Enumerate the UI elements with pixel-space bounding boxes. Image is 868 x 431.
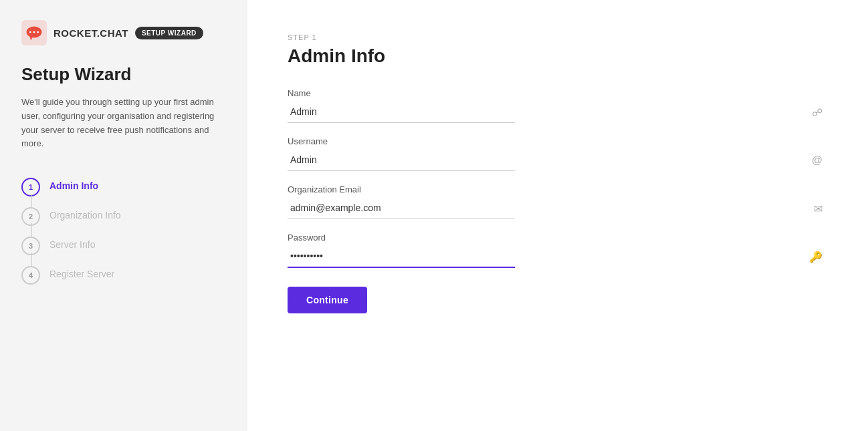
name-field-group: Name ☍ xyxy=(288,88,828,123)
step-label-4: Register Server xyxy=(49,266,114,279)
envelope-icon: ✉ xyxy=(814,202,823,214)
password-input[interactable] xyxy=(288,245,515,268)
step-item-register-server[interactable]: 4 Register Server xyxy=(21,261,226,290)
person-icon: ☍ xyxy=(812,106,823,118)
username-input[interactable] xyxy=(288,149,515,171)
svg-point-3 xyxy=(29,31,31,33)
password-label: Password xyxy=(288,233,828,243)
logo-area: ROCKET.CHAT SETUP WIZARD xyxy=(21,20,226,45)
password-field-group: Password 🔑 xyxy=(288,233,828,268)
sidebar-title: Setup Wizard xyxy=(21,64,226,85)
username-field-group: Username @ xyxy=(288,136,828,171)
name-input[interactable] xyxy=(288,101,515,123)
at-icon: @ xyxy=(812,154,823,166)
logo-text: ROCKET.CHAT xyxy=(53,27,128,39)
main-content: STEP 1 Admin Info Name ☍ Username @ Orga… xyxy=(247,0,868,431)
email-field-group: Organization Email ✉ xyxy=(288,184,828,219)
email-input-wrapper: ✉ xyxy=(288,197,828,219)
username-input-wrapper: @ xyxy=(288,149,828,171)
setup-wizard-badge: SETUP WIZARD xyxy=(135,27,203,39)
step-item-server-info[interactable]: 3 Server Info xyxy=(21,231,226,261)
step-item-admin-info[interactable]: 1 Admin Info xyxy=(21,172,226,202)
continue-button[interactable]: Continue xyxy=(288,287,367,313)
username-label: Username xyxy=(288,136,828,146)
page-title: Admin Info xyxy=(288,45,828,67)
name-input-wrapper: ☍ xyxy=(288,101,828,123)
svg-point-5 xyxy=(37,31,39,33)
steps-list: 1 Admin Info 2 Organization Info 3 Serve… xyxy=(21,172,226,290)
key-icon: 🔑 xyxy=(809,251,823,263)
step-circle-3: 3 xyxy=(21,237,40,255)
svg-point-4 xyxy=(33,31,35,33)
step-circle-1: 1 xyxy=(21,178,40,196)
step-label-2: Organization Info xyxy=(49,207,121,221)
sidebar: ROCKET.CHAT SETUP WIZARD Setup Wizard We… xyxy=(0,0,247,431)
step-label-3: Server Info xyxy=(49,237,95,250)
name-label: Name xyxy=(288,88,828,98)
step-number-label: STEP 1 xyxy=(288,33,828,41)
rocket-chat-logo-icon xyxy=(21,20,47,45)
step-item-org-info[interactable]: 2 Organization Info xyxy=(21,202,226,231)
step-circle-2: 2 xyxy=(21,207,40,226)
email-input[interactable] xyxy=(288,197,515,219)
step-circle-4: 4 xyxy=(21,266,40,285)
password-input-wrapper: 🔑 xyxy=(288,245,828,268)
sidebar-description: We'll guide you through setting up your … xyxy=(21,96,226,151)
email-label: Organization Email xyxy=(288,184,828,194)
step-label-1: Admin Info xyxy=(49,178,98,191)
